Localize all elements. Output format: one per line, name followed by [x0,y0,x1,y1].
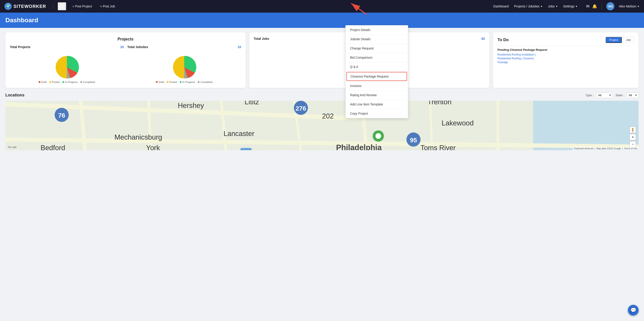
svg-rect-4 [533,101,638,150]
keyboard-shortcuts-link[interactable]: Keyboard shortcuts [574,147,594,150]
svg-text:Bedford: Bedford [40,144,65,150]
settings-dropdown-icon: ▼ [575,5,578,8]
tab-project[interactable]: Project [606,37,622,43]
post-job-button[interactable]: + Post Job [98,4,117,9]
legend-completed: Completed [80,81,95,83]
locations-section: Locations Type : All Project Job State :… [6,92,638,150]
dropdown-item-add-line-item-template[interactable]: Add Line Item Template [346,100,408,109]
page-header: Dashboard [0,13,644,28]
nav-links: Dashboard Projects / Jobsites ▼ Jobs ▼ S… [491,3,580,10]
dropdown-item-copy-project[interactable]: Copy Project [346,109,408,118]
legend-draft: Draft [38,81,47,83]
dropdown-item-q-and-a[interactable]: Q & A [346,62,408,71]
locations-title: Locations [6,93,24,98]
map-container: 76 81 276 95 Bedford Chambersburg Mechan… [6,101,638,150]
total-jobsites-stat: Total Jobsites 10 D [127,45,241,83]
map-zoom-in[interactable]: + [630,134,636,140]
total-jobsites-value: 10 [238,45,241,52]
cards-row: Projects Total Projects 10 [6,32,638,88]
state-filter-select[interactable]: All PA NJ DE [627,92,638,98]
dropdown-item-rating-and-review[interactable]: Rating And Review [346,91,408,100]
chat-button[interactable]: 💬 [628,305,638,315]
map-svg: 76 81 276 95 Bedford Chambersburg Mechan… [6,101,638,150]
svg-text:Mechanicsburg: Mechanicsburg [114,133,162,141]
total-projects-label: Total Projects [10,45,30,49]
user-dropdown-icon: ▼ [637,5,640,8]
total-projects-value: 10 [120,45,124,52]
app-name: SITEWORKER [14,4,46,9]
map-data-attribution: Map data ©2022 Google [596,147,621,150]
nav-dashboard[interactable]: Dashboard [491,3,511,10]
tab-job[interactable]: Job [623,37,634,43]
terms-of-use-link[interactable]: Terms of Use [624,147,637,150]
main-content: Projects Total Projects 10 [0,28,644,159]
projects-pie-container: Draft Posted In Progress [10,54,124,83]
dropdown-item-jobsite-details[interactable]: Jobsite Details [346,35,408,44]
app-logo[interactable]: 🌍 SITEWORKER [4,3,46,10]
total-jobsites-label: Total Jobsites [127,45,148,49]
svg-text:Lititz: Lititz [244,101,259,106]
svg-text:Lancaster: Lancaster [224,130,254,137]
total-jobs-value: 62 [481,37,485,43]
dropdown-item-bid-comparison[interactable]: Bid Comparison [346,53,408,62]
nav-projects-jobsites[interactable]: Projects / Jobsites ▼ [512,3,545,10]
jobsites-legend-in-progress: In Progress [180,81,195,83]
svg-text:202: 202 [322,112,334,120]
dropdown-item-change-request[interactable]: Change Request [346,44,408,53]
legend-draft-dot [38,81,40,83]
svg-text:76: 76 [58,112,65,119]
todo-item-pending: Pending Closeout Package Request Residen… [498,46,634,66]
mail-icon[interactable]: ✉ [586,4,590,9]
projects-legend: Draft Posted In Progress [38,81,95,83]
legend-in-progress: In Progress [62,81,78,83]
svg-point-42 [376,133,381,139]
todo-header: To Do Project Job [498,37,634,43]
dropdown-item-closeout-package-request[interactable]: Closeout Package Request [346,72,407,81]
type-filter-label: Type : [586,93,593,97]
map-person-icon[interactable]: 🧍 [630,127,636,133]
jobsites-legend-completed: Completed [198,81,212,83]
map-controls: 🧍 + − [630,127,636,147]
todo-pending-title: Pending Closeout Package Request [498,48,634,52]
svg-text:83: 83 [243,150,249,150]
legend-in-progress-dot [62,81,64,83]
nav-jobs[interactable]: Jobs ▼ [546,3,560,10]
jobsites-pie-chart [171,54,198,81]
type-filter-select[interactable]: All Project Job [596,92,613,98]
bell-icon[interactable]: 🔔 [592,4,597,9]
hamburger-menu[interactable]: ☰ [58,2,66,10]
dropdown-item-invoices[interactable]: Invoices [346,81,408,91]
jobsites-pie-container: Draft Posted In Progress [127,54,241,83]
svg-text:276: 276 [296,105,306,112]
page-title: Dashboard [6,17,38,24]
todo-card: To Do Project Job Pending Closeout Packa… [493,32,638,88]
map-footer: Keyboard shortcuts | Map data ©2022 Goog… [573,147,638,150]
map-zoom-out[interactable]: − [630,141,636,147]
jobsites-legend-posted: Posted [167,81,177,83]
map-google-logo: Google [8,146,16,148]
navbar: 🌍 SITEWORKER ☰ + Post Project + Post Job… [0,0,644,13]
filter-row: Type : All Project Job State : All PA NJ… [586,92,638,98]
state-filter-label: State : [616,93,624,97]
username-button[interactable]: Alex Neilson ▼ [619,5,640,8]
nav-icons: ✉ 🔔 [586,4,597,9]
avatar[interactable]: AN [606,2,614,10]
svg-text:Lakewood: Lakewood [442,119,474,127]
svg-text:York: York [146,144,160,150]
projects-card-title: Projects [10,37,241,42]
map-background: 76 81 276 95 Bedford Chambersburg Mechan… [6,101,638,150]
legend-completed-dot [80,81,82,83]
logo-icon: 🌍 [4,3,12,10]
dropdown-item-project-details[interactable]: Project Details [346,25,408,35]
svg-text:Philadelphia: Philadelphia [336,143,382,150]
projects-dropdown-icon: ▼ [540,5,542,8]
todo-pending-link[interactable]: Residential Roofing Installation | Resid… [498,53,634,64]
jobsites-legend-draft: Draft [156,81,164,83]
total-projects-stat: Total Projects 10 [10,45,124,83]
todo-tabs: Project Job [606,37,634,43]
jobs-dropdown-icon: ▼ [556,5,558,8]
svg-text:Toms River: Toms River [420,144,456,150]
legend-posted: Posted [49,81,60,83]
nav-settings[interactable]: Settings ▼ [561,3,580,10]
post-project-button[interactable]: + Post Project [71,4,94,9]
